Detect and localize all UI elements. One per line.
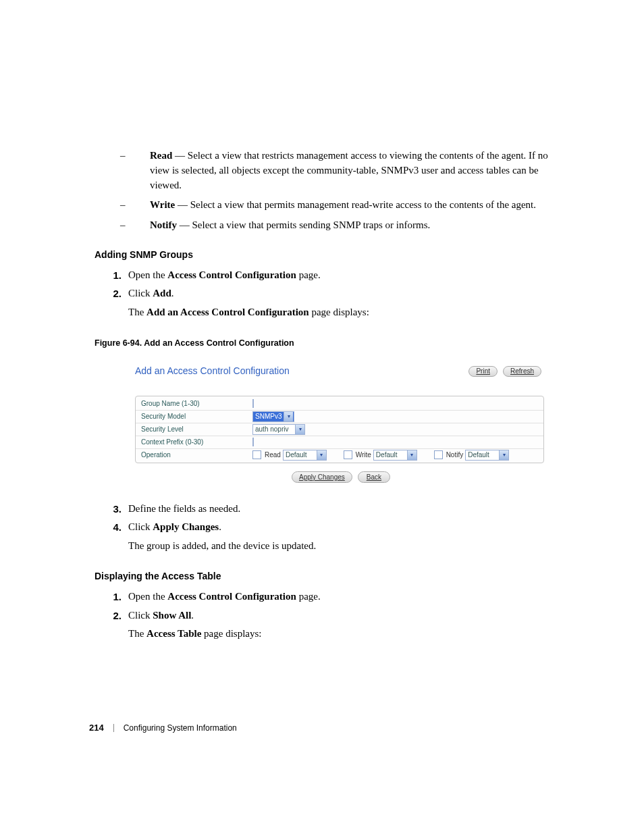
step-4-apply-changes: 4. Click Apply Changes. bbox=[95, 519, 556, 536]
bullet-write-desc: — Select a view that permits management … bbox=[175, 199, 536, 210]
select-security-level[interactable]: auth nopriv ▾ bbox=[252, 424, 305, 435]
select-notify-view[interactable]: Default ▾ bbox=[465, 450, 509, 461]
label-operation: Operation bbox=[136, 451, 252, 459]
chevron-down-icon: ▾ bbox=[407, 450, 417, 460]
panel-title: Add an Access Control Configuration bbox=[135, 365, 290, 376]
form-area: Group Name (1-30) Security Model SNMPv3 … bbox=[135, 396, 544, 463]
screenshot-panel: Add an Access Control Configuration Prin… bbox=[135, 360, 544, 483]
label-group-name: Group Name (1-30) bbox=[136, 400, 252, 407]
label-context-prefix: Context Prefix (0-30) bbox=[136, 438, 252, 446]
select-write-view[interactable]: Default ▾ bbox=[373, 450, 417, 461]
heading-adding-snmp-groups: Adding SNMP Groups bbox=[95, 249, 556, 260]
bullet-read-term: Read bbox=[150, 150, 172, 161]
footer-section: Configuring System Information bbox=[124, 723, 237, 733]
chevron-down-icon: ▾ bbox=[284, 412, 293, 421]
checkbox-read[interactable] bbox=[252, 450, 261, 459]
footer-divider bbox=[113, 724, 114, 732]
step-2-click-add: 2. Click Add. bbox=[95, 285, 556, 303]
label-security-level: Security Level bbox=[136, 425, 252, 433]
chevron-down-icon: ▾ bbox=[499, 450, 508, 460]
print-button[interactable]: Print bbox=[468, 366, 498, 377]
bullet-read: – Read — Select a view that restricts ma… bbox=[95, 149, 556, 192]
refresh-button[interactable]: Refresh bbox=[503, 366, 541, 377]
figure-caption: Figure 6-94. Add an Access Control Confi… bbox=[95, 338, 556, 348]
display-step-1: 1. Open the Access Control Configuration… bbox=[95, 588, 556, 606]
bullet-write-term: Write bbox=[150, 199, 175, 210]
bullet-read-desc: — Select a view that restricts managemen… bbox=[150, 150, 548, 190]
back-button[interactable]: Back bbox=[358, 471, 390, 483]
bullet-write: – Write — Select a view that permits man… bbox=[95, 198, 556, 213]
bullet-notify-desc: — Select a view that permits sending SNM… bbox=[177, 219, 430, 230]
step-1-open-page: 1. Open the Access Control Configuration… bbox=[95, 267, 556, 284]
checkbox-write[interactable] bbox=[344, 450, 352, 459]
page-footer: 214 Configuring System Information bbox=[89, 723, 237, 733]
select-read-view[interactable]: Default ▾ bbox=[283, 450, 327, 461]
input-context-prefix[interactable] bbox=[252, 438, 254, 446]
step-4-result: The group is added, and the device is up… bbox=[95, 538, 556, 555]
bullet-notify-term: Notify bbox=[150, 219, 177, 230]
input-group-name[interactable] bbox=[252, 399, 254, 408]
display-step-2: 2. Click Show All. bbox=[95, 607, 556, 625]
step-3-define-fields: 3. Define the fields as needed. bbox=[95, 500, 556, 518]
chevron-down-icon: ▾ bbox=[295, 425, 304, 434]
bullet-notify: – Notify — Select a view that permits se… bbox=[95, 218, 556, 233]
select-security-model[interactable]: SNMPv3 ▾ bbox=[252, 411, 294, 422]
step-2-result: The Add an Access Control Configuration … bbox=[95, 304, 556, 321]
page-number: 214 bbox=[89, 723, 104, 733]
label-security-model: Security Model bbox=[136, 413, 252, 420]
heading-displaying-access-table: Displaying the Access Table bbox=[95, 571, 556, 581]
chevron-down-icon: ▾ bbox=[317, 450, 326, 460]
apply-changes-button[interactable]: Apply Changes bbox=[292, 471, 352, 483]
checkbox-notify[interactable] bbox=[434, 450, 443, 459]
display-step-2-result: The Access Table page displays: bbox=[95, 625, 556, 643]
